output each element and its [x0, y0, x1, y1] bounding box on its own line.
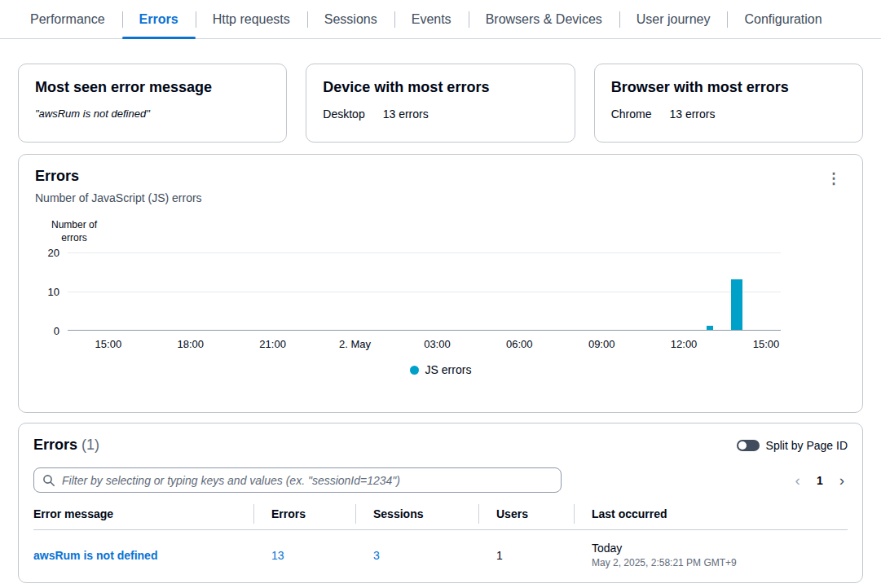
errors-count-link[interactable]: 13 [271, 549, 284, 562]
device-name: Desktop [323, 108, 364, 121]
tab-user-journey[interactable]: User journey [619, 0, 728, 38]
tab-browsers-devices[interactable]: Browsers & Devices [469, 0, 619, 38]
tab-errors[interactable]: Errors [122, 0, 196, 38]
table-panel-title: Errors (1) [33, 437, 99, 454]
x-axis-tick-label: 21:00 [259, 338, 286, 350]
current-page-number[interactable]: 1 [817, 474, 823, 487]
column-header-sessions[interactable]: Sessions [355, 507, 478, 520]
y-axis-tick-label: 20 [48, 247, 59, 259]
browser-name: Chrome [611, 108, 652, 121]
users-count: 1 [496, 549, 503, 562]
card-title: Device with most errors [323, 79, 557, 96]
toggle-label: Split by Page ID [766, 439, 848, 452]
search-icon [42, 474, 55, 487]
device-error-count: 13 errors [383, 108, 429, 121]
summary-cards-row: Most seen error message "awsRum is not d… [18, 64, 863, 143]
x-axis-ticks: 15:0018:0021:002. May03:0006:0009:0012:0… [68, 331, 781, 352]
errors-chart-panel: Errors Number of JavaScript (JS) errors … [18, 154, 863, 413]
x-axis-tick-label: 18:00 [177, 338, 204, 350]
tab-sessions[interactable]: Sessions [307, 0, 394, 38]
split-by-page-id-toggle[interactable]: Split by Page ID [737, 439, 848, 452]
last-occurred-relative: Today [592, 542, 848, 555]
js-errors-legend-dot-icon [410, 366, 419, 375]
most-seen-error-value: "awsRum is not defined" [35, 108, 270, 120]
pagination: ‹ 1 › [792, 471, 848, 489]
tab-configuration[interactable]: Configuration [727, 0, 839, 38]
chart-panel-title: Errors [35, 168, 202, 185]
errors-table-panel: Errors (1) Split by Page ID ‹ [18, 423, 863, 583]
tab-bar: Performance Errors Http requests Session… [0, 0, 881, 39]
x-axis-tick-label: 06:00 [506, 338, 533, 350]
card-device-most-errors: Device with most errors Desktop 13 error… [306, 64, 575, 143]
sessions-count-link[interactable]: 3 [373, 549, 380, 562]
toggle-switch[interactable] [737, 440, 760, 451]
chart-legend: JS errors [35, 363, 846, 376]
column-header-last-occurred[interactable]: Last occurred [574, 507, 848, 520]
table-header-row: Error message Errors Sessions Users Last… [33, 507, 848, 530]
gridline [68, 252, 781, 253]
y-axis-title: Number of errors [45, 219, 104, 244]
chart-bar[interactable] [731, 279, 742, 330]
table-row-count: (1) [81, 437, 99, 453]
tab-events[interactable]: Events [394, 0, 469, 38]
chart-plot [68, 252, 781, 331]
error-message-link[interactable]: awsRum is not defined [33, 549, 157, 562]
x-axis-tick-label: 15:00 [753, 338, 780, 350]
x-axis-tick-label: 09:00 [588, 338, 615, 350]
chart-bar[interactable] [707, 326, 713, 330]
card-browser-most-errors: Browser with most errors Chrome 13 error… [594, 64, 863, 143]
tab-http-requests[interactable]: Http requests [196, 0, 307, 38]
y-axis-tick-label: 10 [48, 286, 59, 298]
chart-panel-subtitle: Number of JavaScript (JS) errors [35, 191, 202, 204]
card-title: Browser with most errors [611, 79, 846, 96]
y-axis-ticks: 20100 [35, 252, 68, 331]
x-axis-tick-label: 12:00 [671, 338, 698, 350]
column-header-error-message[interactable]: Error message [33, 507, 253, 520]
column-header-errors[interactable]: Errors [253, 507, 355, 520]
card-most-seen-error: Most seen error message "awsRum is not d… [18, 64, 287, 143]
kebab-menu-icon[interactable]: ⋮ [822, 168, 846, 189]
browser-error-count: 13 errors [669, 108, 715, 121]
page-content: Most seen error message "awsRum is not d… [0, 64, 881, 583]
card-title: Most seen error message [35, 79, 270, 96]
filter-box [33, 467, 562, 493]
errors-data-table: Error message Errors Sessions Users Last… [33, 507, 848, 582]
table-row: awsRum is not defined 13 3 1 Today May 2… [33, 530, 848, 582]
x-axis-tick-label: 03:00 [424, 338, 451, 350]
previous-page-icon[interactable]: ‹ [792, 471, 804, 489]
y-axis-tick-label: 0 [54, 325, 59, 337]
last-occurred-timestamp: May 2, 2025, 2:58:21 PM GMT+9 [592, 557, 848, 568]
toggle-knob [738, 441, 747, 450]
chart-area: Number of errors 20100 15:0018:0021:002.… [35, 219, 846, 376]
next-page-icon[interactable]: › [836, 471, 848, 489]
x-axis-tick-label: 15:00 [95, 338, 122, 350]
rum-errors-page: Performance Errors Http requests Session… [0, 0, 881, 588]
tab-performance[interactable]: Performance [13, 0, 122, 38]
table-title-text: Errors [33, 437, 77, 453]
legend-label: JS errors [425, 363, 472, 376]
column-header-users[interactable]: Users [478, 507, 574, 520]
gridline [68, 292, 781, 292]
filter-input[interactable] [33, 467, 562, 493]
x-axis-tick-label: 2. May [339, 338, 371, 350]
